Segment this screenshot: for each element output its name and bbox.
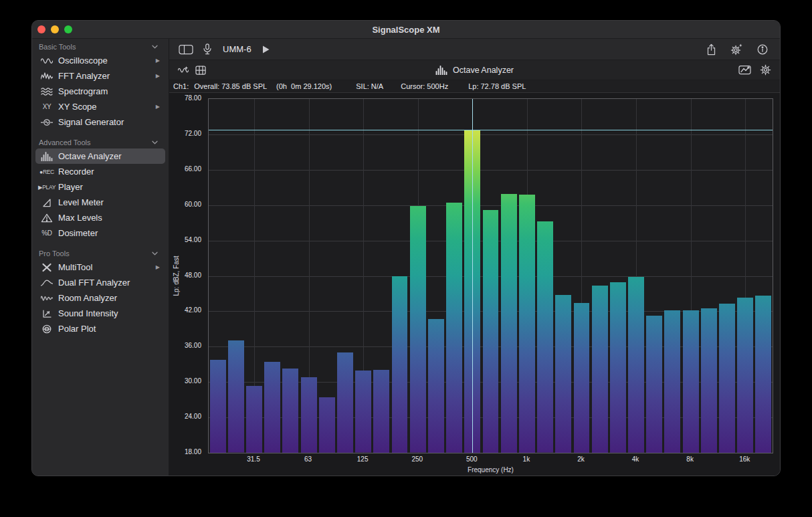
multitool-icon xyxy=(37,263,56,272)
band-bar-8k xyxy=(683,310,699,453)
chevron-down-icon xyxy=(152,45,158,49)
y-tick-label: 72.00 xyxy=(185,130,201,137)
signal-generator-icon xyxy=(37,118,56,127)
band-bar-800 xyxy=(501,194,517,453)
band-bar-20k xyxy=(755,296,771,453)
y-tick-label: 66.00 xyxy=(185,165,201,173)
recorder-icon: ●REC xyxy=(37,169,56,175)
sidebar-item-polar-plot[interactable]: Polar Plot xyxy=(35,321,165,336)
sidebar-item-max-levels[interactable]: Max Levels xyxy=(35,210,165,225)
sidebar-item-sound-intensity[interactable]: Sound Intensity xyxy=(35,306,165,321)
plot-area[interactable] xyxy=(208,98,773,453)
y-tick-label: 42.00 xyxy=(185,306,201,314)
band-bar-63 xyxy=(301,377,317,453)
sidebar-item-recorder[interactable]: ●REC Recorder xyxy=(35,164,165,179)
gear-icon xyxy=(760,64,771,76)
band-bar-50 xyxy=(282,369,298,453)
band-bar-40 xyxy=(264,362,280,453)
device-name[interactable]: UMM-6 xyxy=(223,44,251,54)
chart-settings-button[interactable] xyxy=(760,64,771,76)
status-elapsed-time: (0h 0m 29.120s) xyxy=(276,82,332,90)
disclosure-arrow-icon[interactable]: ▶ xyxy=(156,265,160,270)
band-bar-100 xyxy=(337,352,353,453)
x-tick-label: 125 xyxy=(357,455,369,463)
band-bar-3.15k xyxy=(610,282,626,453)
band-bar-20 xyxy=(210,360,226,453)
grid-view-button[interactable] xyxy=(195,66,206,75)
microphone-icon xyxy=(203,43,211,55)
sidebar-toggle-button[interactable] xyxy=(179,44,193,55)
frequency-cursor[interactable] xyxy=(472,99,473,453)
sidebar-item-fft-analyzer[interactable]: FFT Analyzer ▶ xyxy=(35,68,165,84)
band-bar-1.25k xyxy=(537,221,553,453)
status-sil: SIL: N/A xyxy=(356,82,383,90)
sidebar-item-player[interactable]: ▶PLAY Player xyxy=(35,179,165,195)
sidebar-item-octave-analyzer[interactable]: Octave Analyzer xyxy=(35,148,165,164)
y-tick-label: 78.00 xyxy=(185,94,201,102)
room-analyzer-icon xyxy=(37,294,56,303)
sidebar: Basic Tools Oscilloscope ▶ FFT Analyzer … xyxy=(32,39,169,476)
info-button[interactable] xyxy=(757,44,768,55)
band-bar-315 xyxy=(428,319,444,453)
titlebar[interactable]: SignalScope XM xyxy=(32,21,780,39)
status-channel: Ch1: xyxy=(173,82,189,90)
y-tick-label: 60.00 xyxy=(185,201,201,208)
share-button[interactable] xyxy=(706,43,716,56)
sidebar-item-oscilloscope[interactable]: Oscilloscope ▶ xyxy=(35,53,165,68)
window-title: SignalScope XM xyxy=(32,25,780,35)
disclosure-arrow-icon[interactable]: ▶ xyxy=(156,58,160,64)
octave-chart: Lp: dBZ, Fast 78.0072.0066.0060.0054.004… xyxy=(169,93,780,476)
status-lp-level: Lp: 72.78 dB SPL xyxy=(468,82,526,90)
sidebar-item-level-meter[interactable]: Level Meter xyxy=(35,195,165,210)
chart-display-button[interactable] xyxy=(738,65,751,75)
y-tick-label: 24.00 xyxy=(185,413,201,420)
band-bar-4k xyxy=(628,277,644,453)
gridline-h xyxy=(209,205,773,206)
line-chart-icon xyxy=(738,65,751,75)
sidebar-toggle-icon xyxy=(179,44,193,55)
player-icon: ▶PLAY xyxy=(37,184,56,191)
sidebar-item-dosimeter[interactable]: %D Dosimeter xyxy=(35,225,165,241)
y-tick-label: 48.00 xyxy=(185,272,201,279)
section-pro-tools[interactable]: Pro Tools xyxy=(32,248,169,260)
gear-sparkle-icon xyxy=(730,43,743,56)
octave-bars-icon xyxy=(435,66,447,75)
y-tick-label: 18.00 xyxy=(185,448,201,455)
oscilloscope-icon xyxy=(37,56,56,66)
waveform-view-button[interactable] xyxy=(178,66,189,74)
close-button[interactable] xyxy=(37,25,45,33)
app-window: SignalScope XM Basic Tools Oscilloscope … xyxy=(31,20,781,476)
sidebar-item-multitool[interactable]: MultiTool ▶ xyxy=(35,260,165,275)
disclosure-arrow-icon[interactable]: ▶ xyxy=(156,74,160,79)
disclosure-arrow-icon[interactable]: ▶ xyxy=(156,104,160,110)
run-button[interactable] xyxy=(262,45,270,54)
minimize-button[interactable] xyxy=(51,25,59,33)
x-axis: 31.5631252505001k2k4k8k16k xyxy=(208,455,773,464)
sidebar-item-room-analyzer[interactable]: Room Analyzer xyxy=(35,290,165,306)
sidebar-item-xy-scope[interactable]: XY XY Scope ▶ xyxy=(35,99,165,114)
settings-button[interactable] xyxy=(730,43,743,56)
band-bar-250 xyxy=(410,206,426,453)
sound-intensity-icon xyxy=(37,309,56,318)
x-tick-label: 16k xyxy=(739,455,750,463)
tool-header: Octave Analyzer xyxy=(169,60,780,80)
sidebar-item-dual-fft-analyzer[interactable]: Dual FFT Analyzer xyxy=(35,275,165,290)
x-tick-label: 4k xyxy=(632,455,639,463)
band-bar-1.6k xyxy=(555,295,571,453)
sidebar-item-spectrogram[interactable]: Spectrogram xyxy=(35,84,165,99)
status-cursor-frequency: Cursor: 500Hz xyxy=(401,82,448,90)
y-tick-label: 54.00 xyxy=(185,236,201,243)
input-device-button[interactable] xyxy=(203,43,211,55)
gridline-h xyxy=(209,170,773,171)
status-bar: Ch1: Overall: 73.85 dB SPL (0h 0m 29.120… xyxy=(169,80,780,93)
section-basic-tools[interactable]: Basic Tools xyxy=(32,41,169,53)
band-bar-25 xyxy=(228,340,244,453)
zoom-button[interactable] xyxy=(64,25,72,33)
section-advanced-tools[interactable]: Advanced Tools xyxy=(32,137,169,148)
band-bar-80 xyxy=(319,397,335,453)
sidebar-item-signal-generator[interactable]: Signal Generator xyxy=(35,114,165,130)
max-levels-icon xyxy=(37,213,56,223)
section-label: Pro Tools xyxy=(39,249,70,257)
band-bar-10k xyxy=(701,308,717,453)
band-bar-16k xyxy=(737,298,753,453)
